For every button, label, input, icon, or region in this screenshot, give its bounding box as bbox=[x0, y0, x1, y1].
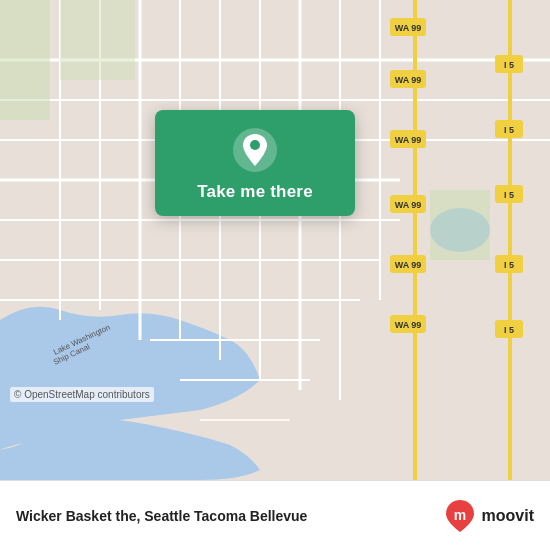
location-pin-icon bbox=[231, 126, 279, 174]
svg-rect-49 bbox=[430, 190, 490, 260]
moovit-text: moovit bbox=[482, 507, 534, 525]
svg-text:WA 99: WA 99 bbox=[395, 23, 422, 33]
svg-text:WA 99: WA 99 bbox=[395, 75, 422, 85]
svg-text:I 5: I 5 bbox=[504, 190, 514, 200]
svg-text:I 5: I 5 bbox=[504, 260, 514, 270]
svg-point-51 bbox=[250, 140, 260, 150]
bottom-bar: Wicker Basket the, Seattle Tacoma Bellev… bbox=[0, 480, 550, 550]
svg-text:I 5: I 5 bbox=[504, 125, 514, 135]
take-me-there-card[interactable]: Take me there bbox=[155, 110, 355, 216]
copyright-text: © OpenStreetMap contributors bbox=[10, 387, 154, 402]
svg-rect-47 bbox=[0, 0, 50, 120]
moovit-logo: m moovit bbox=[442, 498, 534, 534]
map-container: Lake Washington Ship Canal WA 99 WA 99 bbox=[0, 0, 550, 480]
svg-text:WA 99: WA 99 bbox=[395, 135, 422, 145]
take-me-there-label: Take me there bbox=[197, 182, 313, 202]
svg-text:WA 99: WA 99 bbox=[395, 320, 422, 330]
location-name: Wicker Basket the, Seattle Tacoma Bellev… bbox=[16, 508, 307, 524]
svg-text:WA 99: WA 99 bbox=[395, 200, 422, 210]
location-info: Wicker Basket the, Seattle Tacoma Bellev… bbox=[16, 507, 442, 525]
moovit-icon: m bbox=[442, 498, 478, 534]
svg-text:m: m bbox=[453, 507, 465, 523]
svg-text:I 5: I 5 bbox=[504, 60, 514, 70]
svg-rect-48 bbox=[60, 0, 135, 80]
svg-text:WA 99: WA 99 bbox=[395, 260, 422, 270]
svg-text:I 5: I 5 bbox=[504, 325, 514, 335]
map-svg: Lake Washington Ship Canal WA 99 WA 99 bbox=[0, 0, 550, 480]
